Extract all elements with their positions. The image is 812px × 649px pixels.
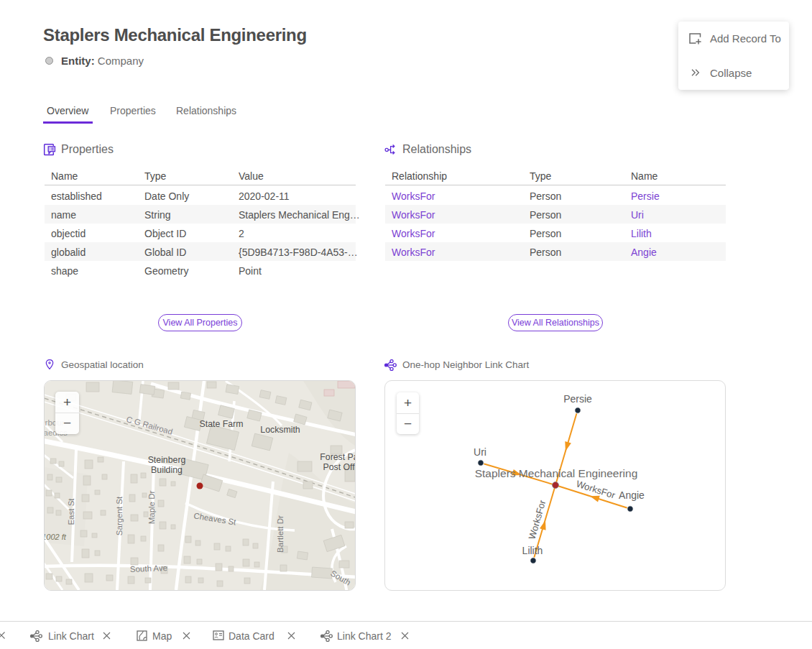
svg-text:Post Offic: Post Offic [323, 462, 355, 472]
svg-text:Locksmith: Locksmith [260, 425, 300, 435]
svg-text:East St: East St [67, 498, 75, 525]
svg-text:State Farm: State Farm [200, 419, 244, 429]
svg-text:1002 ft: 1002 ft [45, 533, 67, 541]
svg-text:Uri: Uri [474, 446, 486, 458]
svg-text:Sargent St: Sargent St [115, 496, 124, 535]
svg-text:Persie: Persie [563, 393, 592, 405]
svg-text:South Ave: South Ave [130, 563, 168, 574]
svg-text:Lilith: Lilith [522, 545, 543, 556]
svg-text:Staplers Mechanical Engineerin: Staplers Mechanical Engineering [475, 467, 638, 479]
svg-text:Angie: Angie [619, 489, 645, 501]
svg-text:Building: Building [151, 465, 183, 475]
svg-text:Forest Par: Forest Par [320, 452, 355, 462]
svg-text:Steinberg: Steinberg [148, 455, 186, 465]
svg-text:Maple Dr: Maple Dr [147, 491, 156, 525]
svg-text:Bartlett Dr: Bartlett Dr [276, 515, 285, 553]
